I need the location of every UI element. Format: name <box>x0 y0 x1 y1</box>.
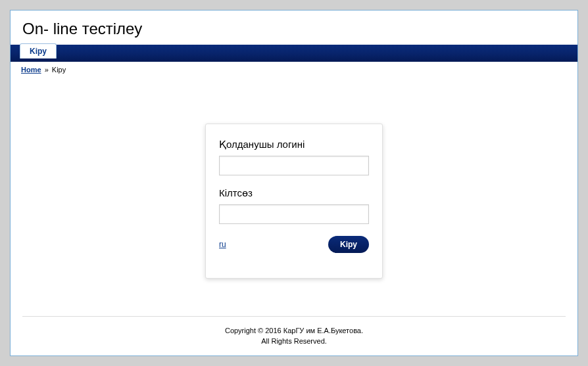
password-group: Кілтсөз <box>219 187 369 224</box>
username-group: Қолданушы логині <box>219 139 369 175</box>
password-label: Кілтсөз <box>219 187 369 199</box>
footer-divider <box>22 316 566 317</box>
language-link-ru[interactable]: ru <box>219 240 226 249</box>
breadcrumb-separator: » <box>45 66 49 74</box>
tab-login[interactable]: Kipy <box>20 43 57 58</box>
username-input[interactable] <box>219 156 369 175</box>
navbar: Kipy <box>11 45 577 62</box>
login-submit-button[interactable]: Kipy <box>328 236 369 253</box>
password-input[interactable] <box>219 204 369 224</box>
main-area: Қолданушы логині Кілтсөз ru Kipy <box>11 78 577 311</box>
login-actions: ru Kipy <box>219 236 369 253</box>
page-title: On- line тестілеу <box>22 20 566 38</box>
header: On- line тестілеу <box>11 11 577 45</box>
page-container: On- line тестілеу Kipy Home » Kipy Қолда… <box>10 10 578 356</box>
breadcrumb-current: Kipy <box>52 66 66 74</box>
footer-copyright: Copyright © 2016 КарГУ им Е.А.Букетова. … <box>22 326 566 346</box>
footer: Copyright © 2016 КарГУ им Е.А.Букетова. … <box>11 311 577 355</box>
breadcrumb-home-link[interactable]: Home <box>21 66 41 74</box>
breadcrumb: Home » Kipy <box>11 62 577 78</box>
login-panel: Қолданушы логині Кілтсөз ru Kipy <box>205 124 383 279</box>
username-label: Қолданушы логині <box>219 139 369 150</box>
footer-line1: Copyright © 2016 КарГУ им Е.А.Букетова. <box>225 327 363 334</box>
footer-line2: All Rights Reserved. <box>261 337 327 345</box>
